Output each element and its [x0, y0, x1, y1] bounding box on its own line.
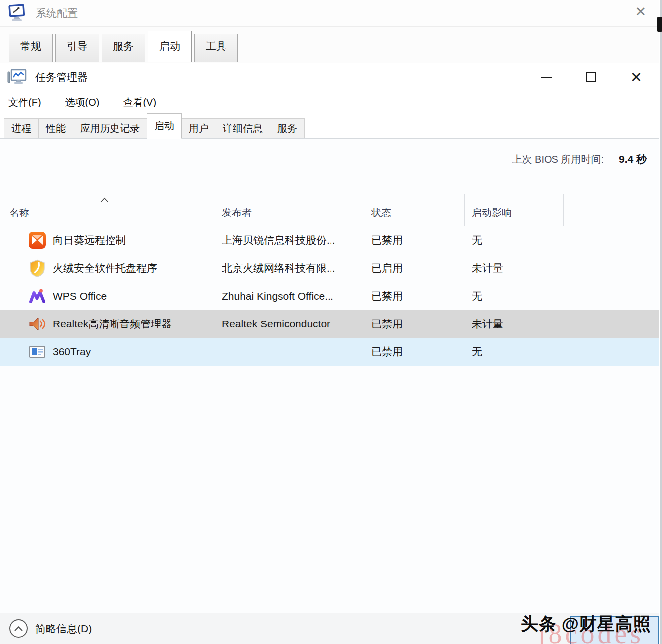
column-header-empty — [564, 194, 659, 226]
tab-startup[interactable]: 启动 — [147, 113, 182, 139]
sysconfig-tab-general[interactable]: 常规 — [9, 34, 53, 62]
sysconfig-tab-services[interactable]: 服务 — [102, 34, 145, 62]
sysconfig-window: 系统配置 ✕ 常规 引导 服务 启动 工具 — [0, 0, 659, 63]
realtek-speaker-icon — [28, 315, 46, 333]
fewer-details-toggle[interactable]: 简略信息(D) — [9, 619, 92, 638]
close-button[interactable]: ✕ — [614, 63, 659, 91]
task-manager-window: 任务管理器 ✕ 文件(F) 选项(O) 查看(V) 进程 性能 应用历史记录 启… — [0, 63, 659, 644]
startup-item-status: 已禁用 — [363, 233, 465, 247]
minimize-icon — [541, 77, 552, 78]
fewer-details-label: 简略信息(D) — [35, 622, 92, 636]
tab-services[interactable]: 服务 — [270, 118, 305, 138]
tab-processes[interactable]: 进程 — [4, 118, 39, 138]
startup-item-publisher: 上海贝锐信息科技股份... — [216, 233, 363, 247]
sysconfig-window-title: 系统配置 — [36, 6, 78, 20]
startup-row-sunlogin[interactable]: 向日葵远程控制 上海贝锐信息科技股份... 已禁用 无 — [0, 226, 659, 254]
close-icon: ✕ — [630, 70, 642, 85]
menu-file[interactable]: 文件(F) — [8, 96, 41, 109]
startup-item-name: Realtek高清晰音频管理器 — [53, 317, 172, 331]
menu-options[interactable]: 选项(O) — [65, 96, 100, 109]
tab-details[interactable]: 详细信息 — [216, 118, 270, 138]
window-edge-strip — [660, 0, 662, 644]
startup-row-huorong[interactable]: 火绒安全软件托盘程序 北京火绒网络科技有限... 已启用 未计量 — [0, 254, 659, 282]
sysconfig-tab-tools[interactable]: 工具 — [194, 34, 238, 62]
startup-item-name: 360Tray — [53, 346, 91, 358]
column-header-impact[interactable]: 启动影响 — [465, 194, 564, 226]
column-header-publisher[interactable]: 发布者 — [216, 194, 363, 226]
startup-item-name: WPS Office — [53, 290, 107, 302]
sysconfig-close-button[interactable]: ✕ — [635, 4, 646, 20]
startup-item-status: 已禁用 — [363, 345, 465, 359]
startup-item-name: 火绒安全软件托盘程序 — [53, 261, 157, 275]
startup-item-status: 已禁用 — [363, 317, 465, 331]
startup-panel: 上次 BIOS 所用时间: 9.4 秒 名称 发布者 状态 启动影响 — [0, 139, 659, 613]
tab-users[interactable]: 用户 — [181, 118, 216, 138]
task-manager-titlebar: 任务管理器 ✕ — [0, 63, 659, 91]
huorong-shield-icon — [28, 259, 46, 277]
startup-item-publisher: 北京火绒网络科技有限... — [216, 261, 363, 275]
startup-item-impact: 未计量 — [465, 317, 564, 331]
startup-item-impact: 未计量 — [465, 261, 564, 275]
task-manager-window-title: 任务管理器 — [35, 70, 88, 84]
watermark-primary: 头条 @财星高照 — [521, 612, 651, 636]
sysconfig-tab-startup[interactable]: 启动 — [148, 31, 192, 62]
table-header: 名称 发布者 状态 启动影响 — [0, 194, 659, 226]
bios-time: 上次 BIOS 所用时间: 9.4 秒 — [512, 152, 647, 166]
bios-time-label: 上次 BIOS 所用时间: — [512, 153, 604, 166]
startup-item-publisher: Realtek Semiconductor — [216, 318, 363, 330]
window-controls: ✕ — [524, 63, 659, 91]
360tray-icon — [28, 343, 46, 361]
startup-item-impact: 无 — [465, 289, 564, 303]
task-manager-tab-strip: 进程 性能 应用历史记录 启动 用户 详细信息 服务 — [0, 113, 659, 139]
startup-item-status: 已禁用 — [363, 289, 465, 303]
menu-bar: 文件(F) 选项(O) 查看(V) — [0, 91, 659, 113]
startup-table: 名称 发布者 状态 启动影响 — [0, 194, 659, 366]
edge-artifact — [657, 17, 662, 32]
chevron-up-circle-icon — [9, 619, 28, 638]
startup-row-realtek[interactable]: Realtek高清晰音频管理器 Realtek Semiconductor 已禁… — [0, 310, 659, 338]
sysconfig-titlebar: 系统配置 ✕ — [0, 0, 659, 27]
startup-item-name: 向日葵远程控制 — [53, 233, 126, 247]
startup-item-impact: 无 — [465, 233, 564, 247]
menu-view[interactable]: 查看(V) — [123, 96, 156, 109]
startup-row-wps[interactable]: WPS Office Zhuhai Kingsoft Office... 已禁用… — [0, 282, 659, 310]
tab-app-history[interactable]: 应用历史记录 — [73, 118, 147, 138]
sysconfig-tab-boot[interactable]: 引导 — [55, 34, 99, 62]
startup-item-publisher: Zhuhai Kingsoft Office... — [216, 290, 363, 302]
task-manager-icon — [7, 67, 28, 87]
sunlogin-icon — [28, 231, 46, 249]
startup-item-impact: 无 — [465, 345, 564, 359]
column-header-status[interactable]: 状态 — [363, 194, 465, 226]
bios-time-value: 9.4 秒 — [619, 152, 647, 166]
sort-ascending-icon — [100, 196, 109, 205]
maximize-button[interactable] — [569, 63, 614, 91]
sysconfig-tab-strip: 常规 引导 服务 启动 工具 — [9, 34, 240, 62]
maximize-icon — [586, 72, 596, 82]
startup-item-status: 已启用 — [363, 261, 465, 275]
wps-office-icon — [28, 287, 46, 305]
minimize-button[interactable] — [524, 63, 569, 91]
startup-row-360tray[interactable]: 360Tray 已禁用 无 — [0, 338, 659, 366]
msconfig-icon — [7, 3, 27, 23]
tab-performance[interactable]: 性能 — [38, 118, 73, 138]
screen: 系统配置 ✕ 常规 引导 服务 启动 工具 任务管理器 — [0, 0, 662, 644]
